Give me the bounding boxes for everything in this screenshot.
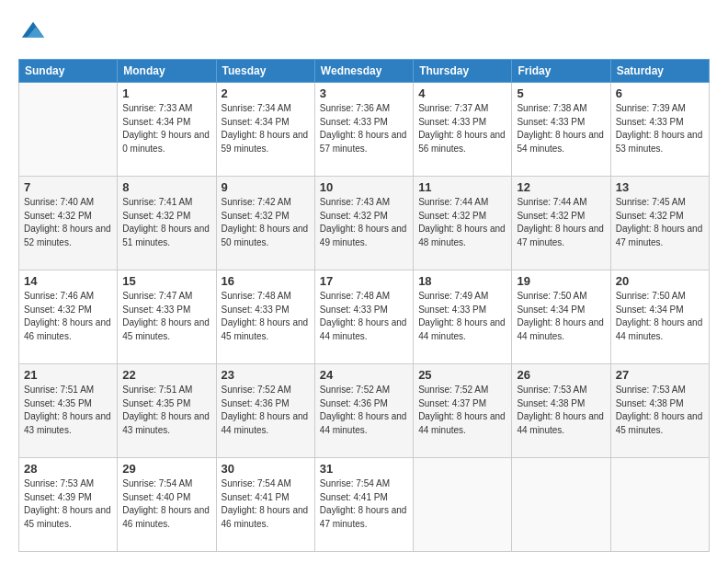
daylight-label: Daylight: 8 hours and 49 minutes. bbox=[320, 224, 407, 247]
calendar-cell: 7Sunrise: 7:40 AMSunset: 4:32 PMDaylight… bbox=[19, 177, 118, 270]
day-info: Sunrise: 7:40 AMSunset: 4:32 PMDaylight:… bbox=[24, 196, 112, 249]
sunset-label: Sunset: 4:41 PM bbox=[222, 492, 290, 502]
week-row-4: 21Sunrise: 7:51 AMSunset: 4:35 PMDayligh… bbox=[19, 364, 710, 458]
sunrise-label: Sunrise: 7:41 AM bbox=[122, 197, 192, 207]
day-number: 23 bbox=[222, 368, 310, 382]
sunset-label: Sunset: 4:38 PM bbox=[517, 398, 585, 408]
daylight-label: Daylight: 8 hours and 46 minutes. bbox=[24, 317, 111, 341]
calendar-cell: 13Sunrise: 7:45 AMSunset: 4:32 PMDayligh… bbox=[610, 177, 709, 270]
day-number: 25 bbox=[418, 368, 506, 382]
sunset-label: Sunset: 4:36 PM bbox=[222, 398, 290, 408]
daylight-label: Daylight: 8 hours and 57 minutes. bbox=[320, 130, 407, 154]
sunrise-label: Sunrise: 7:52 AM bbox=[222, 385, 291, 395]
day-info: Sunrise: 7:33 AMSunset: 4:34 PMDaylight:… bbox=[122, 102, 210, 155]
daylight-label: Daylight: 8 hours and 50 minutes. bbox=[222, 224, 309, 247]
day-info: Sunrise: 7:44 AMSunset: 4:32 PMDaylight:… bbox=[517, 196, 605, 249]
day-number: 5 bbox=[517, 86, 605, 100]
daylight-label: Daylight: 8 hours and 51 minutes. bbox=[122, 224, 210, 247]
sunrise-label: Sunrise: 7:53 AM bbox=[24, 478, 94, 488]
daylight-label: Daylight: 8 hours and 59 minutes. bbox=[222, 130, 309, 154]
day-number: 31 bbox=[320, 462, 408, 476]
weekday-header-friday: Friday bbox=[512, 60, 610, 83]
day-info: Sunrise: 7:54 AMSunset: 4:41 PMDaylight:… bbox=[320, 477, 408, 531]
daylight-label: Daylight: 8 hours and 44 minutes. bbox=[222, 411, 309, 435]
daylight-label: Daylight: 8 hours and 44 minutes. bbox=[320, 317, 407, 341]
daylight-label: Daylight: 8 hours and 47 minutes. bbox=[616, 224, 703, 247]
day-number: 16 bbox=[222, 274, 310, 288]
weekday-header-thursday: Thursday bbox=[414, 60, 512, 83]
calendar-cell: 4Sunrise: 7:37 AMSunset: 4:33 PMDaylight… bbox=[414, 83, 512, 177]
day-number: 24 bbox=[320, 368, 408, 382]
calendar-cell: 22Sunrise: 7:51 AMSunset: 4:35 PMDayligh… bbox=[118, 364, 216, 458]
day-info: Sunrise: 7:44 AMSunset: 4:32 PMDaylight:… bbox=[418, 196, 506, 249]
daylight-label: Daylight: 8 hours and 47 minutes. bbox=[320, 505, 407, 529]
day-info: Sunrise: 7:49 AMSunset: 4:33 PMDaylight:… bbox=[418, 290, 506, 343]
day-info: Sunrise: 7:36 AMSunset: 4:33 PMDaylight:… bbox=[320, 102, 408, 155]
sunset-label: Sunset: 4:34 PM bbox=[122, 117, 190, 127]
day-info: Sunrise: 7:51 AMSunset: 4:35 PMDaylight:… bbox=[24, 384, 112, 437]
calendar-page: SundayMondayTuesdayWednesdayThursdayFrid… bbox=[0, 0, 728, 563]
daylight-label: Daylight: 8 hours and 48 minutes. bbox=[418, 224, 506, 247]
sunrise-label: Sunrise: 7:52 AM bbox=[418, 385, 488, 395]
daylight-label: Daylight: 8 hours and 45 minutes. bbox=[24, 505, 111, 529]
daylight-label: Daylight: 8 hours and 45 minutes. bbox=[122, 317, 210, 341]
sunset-label: Sunset: 4:33 PM bbox=[616, 117, 684, 127]
sunrise-label: Sunrise: 7:46 AM bbox=[24, 291, 94, 301]
daylight-label: Daylight: 8 hours and 44 minutes. bbox=[616, 317, 703, 341]
sunrise-label: Sunrise: 7:48 AM bbox=[320, 291, 390, 301]
sunrise-label: Sunrise: 7:44 AM bbox=[517, 197, 586, 207]
sunset-label: Sunset: 4:33 PM bbox=[320, 304, 388, 315]
daylight-label: Daylight: 8 hours and 44 minutes. bbox=[320, 411, 407, 435]
daylight-label: Daylight: 8 hours and 45 minutes. bbox=[222, 317, 309, 341]
day-info: Sunrise: 7:46 AMSunset: 4:32 PMDaylight:… bbox=[24, 290, 112, 343]
calendar-cell: 25Sunrise: 7:52 AMSunset: 4:37 PMDayligh… bbox=[414, 364, 512, 458]
daylight-label: Daylight: 8 hours and 47 minutes. bbox=[517, 224, 604, 247]
sunrise-label: Sunrise: 7:40 AM bbox=[24, 197, 94, 207]
sunrise-label: Sunrise: 7:37 AM bbox=[418, 103, 488, 113]
sunset-label: Sunset: 4:35 PM bbox=[24, 398, 92, 408]
calendar-cell bbox=[414, 458, 512, 552]
day-number: 4 bbox=[418, 86, 506, 100]
daylight-label: Daylight: 8 hours and 45 minutes. bbox=[616, 411, 703, 435]
sunset-label: Sunset: 4:33 PM bbox=[320, 117, 388, 127]
sunrise-label: Sunrise: 7:53 AM bbox=[616, 385, 686, 395]
calendar-cell: 24Sunrise: 7:52 AMSunset: 4:36 PMDayligh… bbox=[314, 364, 413, 458]
weekday-header-sunday: Sunday bbox=[19, 60, 118, 83]
day-info: Sunrise: 7:43 AMSunset: 4:32 PMDaylight:… bbox=[320, 196, 408, 249]
day-number: 18 bbox=[418, 274, 506, 288]
sunrise-label: Sunrise: 7:39 AM bbox=[616, 103, 686, 113]
calendar-cell: 31Sunrise: 7:54 AMSunset: 4:41 PMDayligh… bbox=[314, 458, 413, 552]
day-info: Sunrise: 7:41 AMSunset: 4:32 PMDaylight:… bbox=[122, 196, 210, 249]
day-number: 27 bbox=[616, 368, 704, 382]
calendar-cell: 23Sunrise: 7:52 AMSunset: 4:36 PMDayligh… bbox=[216, 364, 314, 458]
calendar-cell: 9Sunrise: 7:42 AMSunset: 4:32 PMDaylight… bbox=[216, 177, 314, 270]
day-number: 15 bbox=[122, 274, 210, 288]
calendar-cell bbox=[512, 458, 610, 552]
week-row-1: 1Sunrise: 7:33 AMSunset: 4:34 PMDaylight… bbox=[19, 83, 710, 177]
sunset-label: Sunset: 4:32 PM bbox=[24, 304, 92, 315]
sunrise-label: Sunrise: 7:54 AM bbox=[122, 478, 192, 488]
sunset-label: Sunset: 4:33 PM bbox=[122, 304, 190, 315]
daylight-label: Daylight: 9 hours and 0 minutes. bbox=[122, 130, 210, 154]
sunrise-label: Sunrise: 7:51 AM bbox=[24, 385, 94, 395]
day-info: Sunrise: 7:42 AMSunset: 4:32 PMDaylight:… bbox=[222, 196, 310, 249]
day-info: Sunrise: 7:38 AMSunset: 4:33 PMDaylight:… bbox=[517, 102, 605, 155]
calendar-cell: 2Sunrise: 7:34 AMSunset: 4:34 PMDaylight… bbox=[216, 83, 314, 177]
sunset-label: Sunset: 4:36 PM bbox=[320, 398, 388, 408]
sunrise-label: Sunrise: 7:38 AM bbox=[517, 103, 586, 113]
day-info: Sunrise: 7:48 AMSunset: 4:33 PMDaylight:… bbox=[320, 290, 408, 343]
calendar-cell: 14Sunrise: 7:46 AMSunset: 4:32 PMDayligh… bbox=[19, 270, 118, 364]
day-number: 30 bbox=[222, 462, 310, 476]
calendar-cell: 5Sunrise: 7:38 AMSunset: 4:33 PMDaylight… bbox=[512, 83, 610, 177]
day-info: Sunrise: 7:54 AMSunset: 4:40 PMDaylight:… bbox=[122, 477, 210, 531]
calendar-cell: 26Sunrise: 7:53 AMSunset: 4:38 PMDayligh… bbox=[512, 364, 610, 458]
sunset-label: Sunset: 4:38 PM bbox=[616, 398, 684, 408]
day-info: Sunrise: 7:52 AMSunset: 4:37 PMDaylight:… bbox=[418, 384, 506, 437]
day-info: Sunrise: 7:53 AMSunset: 4:38 PMDaylight:… bbox=[517, 384, 605, 437]
calendar-cell bbox=[19, 83, 118, 177]
week-row-2: 7Sunrise: 7:40 AMSunset: 4:32 PMDaylight… bbox=[19, 177, 710, 270]
sunrise-label: Sunrise: 7:54 AM bbox=[320, 478, 390, 488]
day-number: 3 bbox=[320, 86, 408, 100]
daylight-label: Daylight: 8 hours and 54 minutes. bbox=[517, 130, 604, 154]
day-info: Sunrise: 7:34 AMSunset: 4:34 PMDaylight:… bbox=[222, 102, 310, 155]
